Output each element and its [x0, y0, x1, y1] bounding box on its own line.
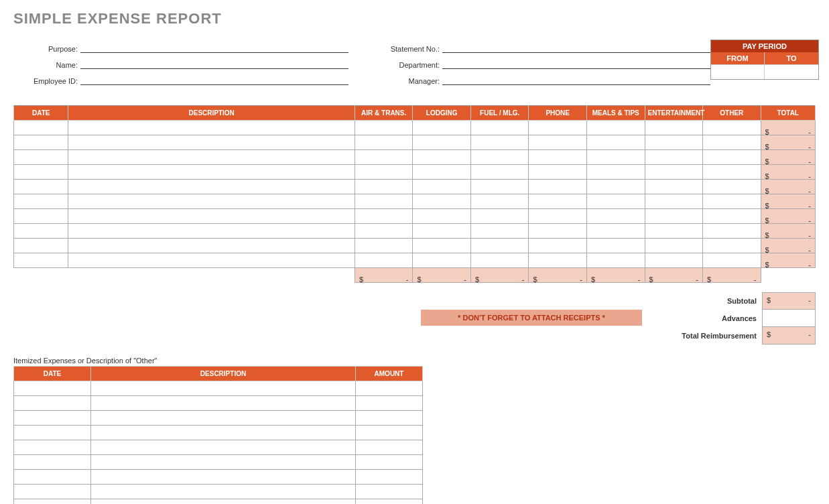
table-cell[interactable] — [413, 253, 471, 268]
input-purpose[interactable] — [80, 41, 348, 53]
table-cell[interactable] — [355, 224, 413, 239]
table-cell[interactable] — [14, 455, 91, 470]
table-cell[interactable] — [91, 440, 356, 455]
table-cell[interactable] — [68, 180, 355, 194]
table-cell[interactable] — [14, 411, 91, 426]
table-cell[interactable] — [14, 224, 68, 239]
table-cell[interactable] — [529, 194, 587, 209]
table-cell[interactable] — [14, 440, 91, 455]
table-cell[interactable] — [529, 209, 587, 224]
table-cell[interactable] — [645, 180, 703, 194]
table-cell[interactable] — [645, 224, 703, 239]
table-cell[interactable] — [470, 135, 529, 150]
table-cell[interactable] — [645, 121, 703, 135]
table-cell[interactable] — [586, 194, 645, 209]
input-manager[interactable] — [442, 73, 710, 85]
input-statement-no[interactable] — [442, 41, 710, 53]
table-cell[interactable] — [355, 239, 413, 253]
table-cell[interactable] — [470, 253, 529, 268]
table-cell[interactable] — [14, 396, 91, 411]
table-cell[interactable] — [703, 239, 761, 253]
table-cell[interactable] — [356, 440, 423, 455]
table-cell[interactable] — [355, 180, 413, 194]
table-cell[interactable] — [586, 180, 645, 194]
table-cell[interactable] — [356, 485, 423, 499]
table-cell[interactable] — [91, 426, 356, 440]
table-cell[interactable] — [529, 135, 587, 150]
table-cell[interactable] — [68, 209, 355, 224]
table-cell[interactable] — [68, 121, 355, 135]
table-cell[interactable] — [356, 426, 423, 440]
table-cell[interactable] — [355, 121, 413, 135]
table-cell[interactable] — [703, 180, 761, 194]
table-cell[interactable] — [91, 485, 356, 499]
table-cell[interactable] — [703, 253, 761, 268]
table-cell[interactable] — [14, 426, 91, 440]
table-cell[interactable] — [645, 165, 703, 180]
table-cell[interactable] — [703, 150, 761, 165]
table-cell[interactable] — [645, 150, 703, 165]
table-cell[interactable] — [413, 150, 471, 165]
table-cell[interactable] — [413, 121, 471, 135]
table-cell[interactable] — [586, 121, 645, 135]
table-cell[interactable] — [355, 194, 413, 209]
table-cell[interactable] — [703, 121, 761, 135]
table-cell[interactable] — [413, 224, 471, 239]
table-cell[interactable] — [586, 135, 645, 150]
table-cell[interactable] — [703, 165, 761, 180]
table-cell[interactable] — [529, 121, 587, 135]
table-cell[interactable] — [703, 135, 761, 150]
table-cell[interactable] — [91, 499, 356, 505]
table-cell[interactable] — [529, 180, 587, 194]
table-cell[interactable] — [413, 135, 471, 150]
table-cell[interactable] — [470, 194, 529, 209]
table-cell[interactable] — [355, 165, 413, 180]
table-cell[interactable] — [586, 209, 645, 224]
table-cell[interactable] — [68, 135, 355, 150]
table-cell[interactable] — [68, 239, 355, 253]
table-cell[interactable] — [14, 499, 91, 505]
table-cell[interactable] — [14, 135, 68, 150]
table-cell[interactable] — [645, 209, 703, 224]
table-cell[interactable] — [68, 150, 355, 165]
table-cell[interactable] — [14, 150, 68, 165]
table-cell[interactable] — [14, 470, 91, 485]
table-cell[interactable] — [586, 253, 645, 268]
pay-period-from-cell[interactable] — [711, 64, 765, 79]
table-cell[interactable] — [14, 194, 68, 209]
table-cell[interactable] — [529, 224, 587, 239]
table-cell[interactable] — [703, 194, 761, 209]
table-cell[interactable] — [356, 470, 423, 485]
table-cell[interactable] — [470, 224, 529, 239]
table-cell[interactable] — [470, 150, 529, 165]
table-cell[interactable] — [645, 239, 703, 253]
table-cell[interactable] — [91, 455, 356, 470]
table-cell[interactable] — [14, 239, 68, 253]
table-cell[interactable] — [14, 180, 68, 194]
table-cell[interactable] — [586, 150, 645, 165]
table-cell[interactable] — [470, 209, 529, 224]
table-cell[interactable] — [529, 253, 587, 268]
input-employee-id[interactable] — [80, 73, 348, 85]
table-cell[interactable] — [68, 165, 355, 180]
table-cell[interactable] — [355, 209, 413, 224]
table-cell[interactable] — [586, 239, 645, 253]
table-cell[interactable] — [356, 396, 423, 411]
table-cell[interactable] — [14, 121, 68, 135]
table-cell[interactable] — [355, 135, 413, 150]
table-cell[interactable] — [91, 381, 356, 396]
table-cell[interactable] — [356, 499, 423, 505]
table-cell[interactable] — [355, 150, 413, 165]
table-cell[interactable] — [703, 209, 761, 224]
table-cell[interactable] — [68, 224, 355, 239]
table-cell[interactable] — [356, 411, 423, 426]
table-cell[interactable] — [470, 121, 529, 135]
table-cell[interactable] — [14, 253, 68, 268]
table-cell[interactable] — [529, 239, 587, 253]
table-cell[interactable] — [91, 470, 356, 485]
table-cell[interactable] — [645, 194, 703, 209]
table-cell[interactable] — [14, 381, 91, 396]
table-cell[interactable] — [586, 165, 645, 180]
input-department[interactable] — [442, 57, 710, 69]
table-cell[interactable] — [68, 253, 355, 268]
